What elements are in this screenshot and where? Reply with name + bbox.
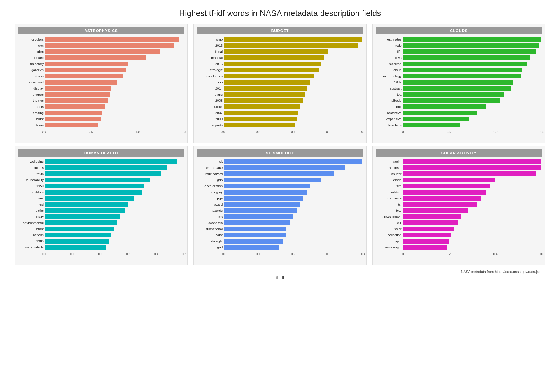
bar-label: ofcio [198, 80, 224, 84]
bar-container [403, 123, 541, 127]
bar-label: restrictive [377, 111, 403, 115]
bar-label: orbiting [19, 111, 46, 115]
bar-row: ncdc [377, 43, 541, 48]
bar-row: abstract [377, 86, 541, 91]
bar-fill [224, 111, 298, 115]
bar-container [46, 172, 183, 176]
bar-row: orbiting [19, 110, 183, 116]
bar-label: estimates [377, 38, 403, 41]
bar-label: tsi [377, 203, 403, 206]
bar-row: 2009 [198, 116, 362, 122]
bar-fill [403, 37, 541, 42]
bar-fill [403, 165, 541, 170]
bar-row: 2016 [198, 43, 362, 48]
bar-label: subnational [198, 227, 224, 231]
bar-row: grid [198, 245, 362, 250]
x-tick: 0.6 [540, 253, 544, 256]
bar-row: nations [19, 232, 183, 238]
bar-row: mpl [377, 104, 541, 109]
bar-label: reports [198, 123, 224, 127]
bar-label: solstice [377, 190, 403, 194]
bar-fill [403, 104, 486, 109]
bar-container [403, 111, 541, 115]
bar-container [403, 239, 541, 244]
bar-container [46, 184, 183, 188]
bar-label: nations [19, 233, 46, 237]
bar-container [224, 220, 362, 225]
bar-container [46, 233, 183, 237]
bar-row: fife [377, 49, 541, 54]
bar-row: category [198, 190, 362, 195]
bar-fill [403, 117, 469, 121]
bar-label: hazard [198, 203, 224, 206]
bar-fill [46, 245, 106, 250]
bar-fill [46, 165, 167, 170]
bar-label: vulnerability [19, 178, 46, 182]
panel-solaractivity: SOLAR ACTIVITYacrimacrimsatshutterdiodes… [372, 146, 545, 265]
bar-row: loss [198, 214, 362, 219]
bar-label: classifiers [377, 123, 403, 127]
bar-fill [46, 214, 120, 219]
bar-fill [403, 190, 486, 195]
bar-container [224, 98, 362, 103]
bar-row: tovs [377, 55, 541, 60]
bar-container [403, 98, 541, 103]
bar-label: esi [19, 203, 46, 206]
bar-container [224, 165, 362, 170]
bar-row: irradiance [377, 196, 541, 201]
bar-fill [403, 80, 513, 85]
bar-label: strategic [198, 68, 224, 72]
bar-row: display [19, 86, 183, 91]
bar-label: 0.1 [377, 221, 403, 225]
x-tick: 0.4 [494, 253, 498, 256]
bar-row: risk [198, 159, 362, 164]
bar-fill [224, 43, 358, 48]
bar-fill [224, 220, 290, 225]
bar-label: shutter [377, 172, 403, 176]
bar-container [46, 117, 183, 121]
bar-container [224, 111, 362, 115]
bar-fill [224, 172, 334, 176]
bar-row: burst [19, 116, 183, 122]
bar-label: toa [377, 93, 403, 96]
bar-row: 2015 [198, 61, 362, 66]
x-tick: 0.4 [361, 253, 365, 256]
bar-container [224, 196, 362, 201]
bar-container [224, 172, 362, 176]
bar-label: category [198, 190, 224, 194]
bar-container [46, 43, 183, 48]
bar-label: drought [198, 239, 224, 243]
bar-row: meteorology [377, 74, 541, 79]
bar-row: acceleration [198, 183, 362, 189]
bar-label: china's [19, 166, 46, 169]
bar-fill [224, 123, 295, 127]
bar-container [403, 43, 541, 48]
bar-container [46, 62, 183, 66]
bar-row: budget [198, 104, 362, 109]
bar-fill [403, 92, 504, 97]
x-tick: 0.4 [154, 253, 158, 256]
bar-container [403, 92, 541, 97]
title-astrophysics: ASTROPHYSICS [18, 27, 184, 34]
bar-label: burst [19, 117, 46, 121]
bar-label: economic [198, 221, 224, 225]
bar-container [224, 239, 362, 244]
bar-fill [403, 227, 454, 231]
bar-fill [403, 55, 530, 60]
x-tick: 0.1 [70, 253, 74, 256]
bar-container [46, 202, 183, 207]
bar-label: financial [198, 56, 224, 60]
bar-container [403, 37, 541, 42]
bar-row: wellbeing [19, 159, 183, 164]
bar-label: tcte [377, 209, 403, 212]
bar-container [224, 178, 362, 182]
bar-container [403, 86, 541, 91]
bar-fill [403, 233, 452, 237]
bar-container [46, 165, 183, 170]
bar-fill [224, 196, 303, 201]
bar-row: download [19, 80, 183, 85]
bar-label: budget [198, 105, 224, 108]
bar-row: cloud [377, 67, 541, 73]
bar-label: circulars [19, 38, 46, 41]
bar-row: collection [377, 232, 541, 238]
